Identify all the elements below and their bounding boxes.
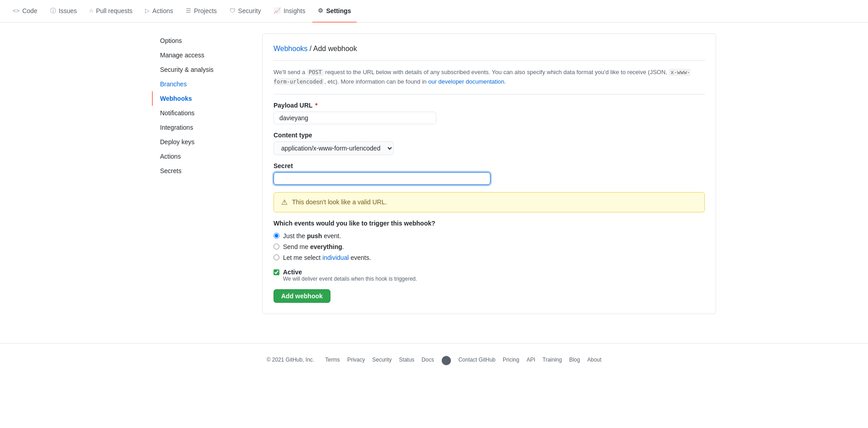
nav-security[interactable]: 🛡 Security xyxy=(224,0,267,23)
sidebar-item-notifications[interactable]: Notifications xyxy=(152,106,251,120)
issues-icon: ⓘ xyxy=(50,7,56,15)
breadcrumb-divider xyxy=(274,60,705,61)
event-everything-radio[interactable] xyxy=(274,244,279,249)
nav-pull-requests[interactable]: ⑃ Pull requests xyxy=(84,0,138,23)
active-checkbox-row: Active We will deliver event details whe… xyxy=(274,268,705,282)
nav-insights[interactable]: 📈 Insights xyxy=(268,0,311,23)
footer-docs-link[interactable]: Docs xyxy=(422,357,434,363)
footer-blog-link[interactable]: Blog xyxy=(569,357,580,363)
top-nav: <> Code ⓘ Issues ⑃ Pull requests ▷ Actio… xyxy=(0,0,868,23)
add-webhook-button[interactable]: Add webhook xyxy=(274,289,330,303)
individual-link[interactable]: individual xyxy=(322,254,349,261)
sidebar-item-manage-access[interactable]: Manage access xyxy=(152,48,251,62)
payload-url-input[interactable] xyxy=(274,112,436,124)
nav-settings[interactable]: ⚙ Settings xyxy=(312,0,356,23)
footer-training-link[interactable]: Training xyxy=(542,357,562,363)
sidebar-item-branches[interactable]: Branches xyxy=(152,77,251,91)
active-checkbox[interactable] xyxy=(274,269,279,275)
settings-icon: ⚙ xyxy=(318,7,323,14)
footer-privacy-link[interactable]: Privacy xyxy=(347,357,365,363)
nav-projects[interactable]: ☰ Projects xyxy=(180,0,222,23)
breadcrumb-separator: / xyxy=(310,45,313,52)
event-everything-text: Send me everything. xyxy=(283,243,344,250)
footer-terms-link[interactable]: Terms xyxy=(325,357,340,363)
secret-label: Secret xyxy=(274,162,705,169)
description-text: We'll send a POST request to the URL bel… xyxy=(274,68,705,87)
footer-status-link[interactable]: Status xyxy=(399,357,415,363)
sidebar-item-actions[interactable]: Actions xyxy=(152,149,251,164)
description-divider xyxy=(274,94,705,94)
footer-about-link[interactable]: About xyxy=(587,357,601,363)
breadcrumb: Webhooks / Add webhook xyxy=(274,45,705,53)
event-individual-radio[interactable] xyxy=(274,254,279,260)
sidebar-item-webhooks[interactable]: Webhooks xyxy=(152,91,251,106)
sidebar-item-deploy-keys[interactable]: Deploy keys xyxy=(152,135,251,149)
pr-icon: ⑃ xyxy=(90,7,93,14)
warning-box: ⚠ This doesn't look like a valid URL. xyxy=(274,192,705,212)
event-individual-label[interactable]: Let me select individual events. xyxy=(274,254,705,261)
event-push-text: Just the push event. xyxy=(283,232,341,240)
footer-copyright: © 2021 GitHub, Inc. xyxy=(267,357,315,363)
github-logo: ⬤ xyxy=(441,354,451,365)
warning-icon: ⚠ xyxy=(281,198,288,207)
footer-api-link[interactable]: API xyxy=(527,357,535,363)
event-push-label[interactable]: Just the push event. xyxy=(274,232,705,240)
footer: © 2021 GitHub, Inc. Terms Privacy Securi… xyxy=(0,343,868,376)
events-radio-group: Just the push event. Send me everything.… xyxy=(274,232,705,261)
required-star: * xyxy=(315,102,317,109)
event-push-radio[interactable] xyxy=(274,233,279,239)
secret-group: Secret xyxy=(274,162,705,185)
code-icon: <> xyxy=(13,7,19,14)
active-label: Active xyxy=(283,268,417,276)
payload-url-label: Payload URL * xyxy=(274,102,705,109)
page-layout: Options Manage access Security & analysi… xyxy=(145,23,723,325)
footer-security-link[interactable]: Security xyxy=(372,357,392,363)
actions-icon: ▷ xyxy=(145,7,150,14)
active-checkbox-text: Active We will deliver event details whe… xyxy=(283,268,417,282)
nav-issues[interactable]: ⓘ Issues xyxy=(45,0,82,23)
warning-text: This doesn't look like a valid URL. xyxy=(292,198,387,206)
main-content: Webhooks / Add webhook We'll send a POST… xyxy=(262,33,716,314)
sidebar-item-integrations[interactable]: Integrations xyxy=(152,120,251,135)
content-type-label: Content type xyxy=(274,132,705,139)
projects-icon: ☰ xyxy=(186,7,191,14)
secret-input[interactable] xyxy=(274,172,491,185)
footer-pricing-link[interactable]: Pricing xyxy=(503,357,519,363)
active-sublabel: We will deliver event details when this … xyxy=(283,276,417,282)
events-section: Which events would you like to trigger t… xyxy=(274,220,705,261)
sidebar-item-security-analysis[interactable]: Security & analysis xyxy=(152,62,251,77)
sidebar-item-secrets[interactable]: Secrets xyxy=(152,164,251,178)
insights-icon: 📈 xyxy=(274,7,281,14)
footer-contact-link[interactable]: Contact GitHub xyxy=(458,357,495,363)
content-type-select[interactable]: application/x-www-form-urlencoded applic… xyxy=(274,141,394,155)
security-icon: 🛡 xyxy=(230,7,236,14)
breadcrumb-current: Add webhook xyxy=(313,45,357,52)
events-title: Which events would you like to trigger t… xyxy=(274,220,705,227)
nav-actions[interactable]: ▷ Actions xyxy=(140,0,179,23)
sidebar: Options Manage access Security & analysi… xyxy=(152,33,251,314)
nav-code[interactable]: <> Code xyxy=(7,0,43,23)
post-code: POST xyxy=(307,69,324,76)
payload-url-group: Payload URL * xyxy=(274,102,705,124)
dev-docs-link[interactable]: our developer documentation xyxy=(428,78,504,85)
content-type-group: Content type application/x-www-form-urle… xyxy=(274,132,705,155)
event-everything-label[interactable]: Send me everything. xyxy=(274,243,705,250)
event-individual-text: Let me select individual events. xyxy=(283,254,371,261)
breadcrumb-parent-link[interactable]: Webhooks xyxy=(274,45,307,52)
sidebar-item-options[interactable]: Options xyxy=(152,33,251,48)
